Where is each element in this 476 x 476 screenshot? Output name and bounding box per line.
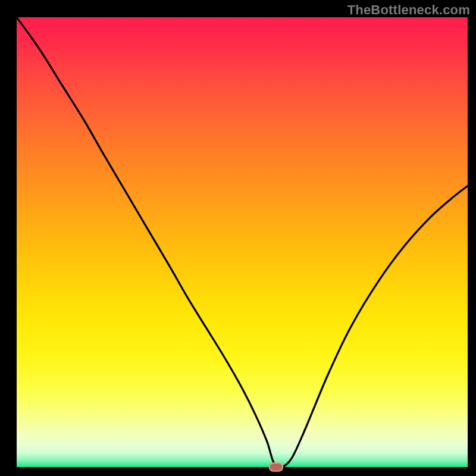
plot-background — [17, 17, 468, 467]
bottleneck-chart — [0, 0, 476, 476]
chart-frame: TheBottleneck.com — [0, 0, 476, 476]
optimum-marker — [269, 463, 283, 471]
